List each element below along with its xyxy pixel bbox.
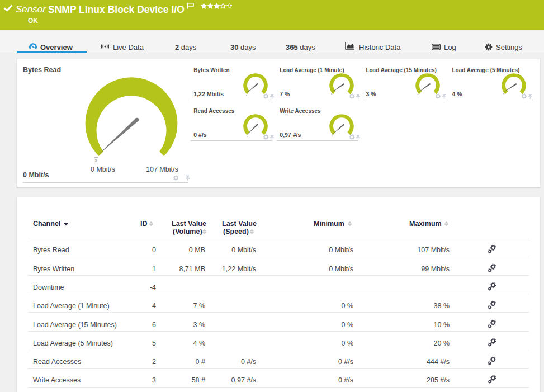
svg-text:x: x (94, 157, 98, 163)
